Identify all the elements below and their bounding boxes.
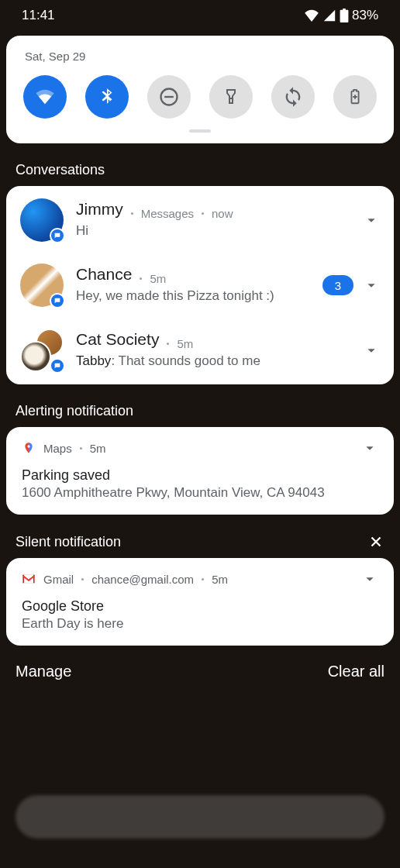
messages-icon: [50, 358, 65, 374]
status-right: 83%: [304, 8, 378, 23]
notif-body: 1600 Amphitheatre Pkwy, Mountain View, C…: [22, 485, 378, 501]
conversation-meta: 5m: [167, 337, 193, 350]
conversation-item[interactable]: Chance 5m Hey, we made this Pizza tonigh…: [6, 254, 394, 319]
section-title: Silent notification: [16, 534, 121, 550]
qs-drag-handle[interactable]: [189, 129, 211, 133]
notif-body: Earth Day is here: [22, 616, 378, 632]
section-header-alerting: Alerting notification: [0, 384, 400, 427]
quick-settings-panel: Sat, Sep 29: [6, 36, 394, 143]
avatar: [20, 198, 64, 242]
qs-tile-bluetooth[interactable]: [85, 75, 129, 119]
conversation-item[interactable]: Jimmy Messages now Hi: [6, 186, 394, 254]
notif-title: Parking saved: [22, 467, 378, 484]
chevron-down-icon[interactable]: [363, 342, 380, 359]
qs-tile-battery-saver[interactable]: [333, 75, 377, 119]
chevron-down-icon[interactable]: [361, 439, 378, 456]
conversation-preview: Hey, we made this Pizza tonight :): [76, 288, 310, 304]
gmail-icon: [22, 572, 36, 586]
conversation-meta: Messages now: [131, 207, 233, 220]
maps-icon: [22, 441, 36, 455]
conversation-title: Cat Society: [76, 330, 159, 349]
battery-icon: [340, 9, 349, 22]
notif-app: Gmail: [43, 573, 74, 586]
avatar: [20, 264, 64, 307]
conversation-item[interactable]: Cat Society 5m Tabby: That sounds good t…: [6, 319, 394, 384]
qs-tile-row: [22, 75, 378, 119]
qs-date: Sat, Sep 29: [22, 50, 378, 63]
battery-percent: 83%: [352, 8, 378, 23]
notif-time: 5m: [212, 573, 228, 586]
alerting-card[interactable]: Maps 5m Parking saved 1600 Amphitheatre …: [6, 427, 394, 515]
qs-tile-flashlight[interactable]: [209, 75, 253, 119]
unread-count-badge: 3: [322, 275, 353, 295]
close-icon[interactable]: [367, 533, 384, 550]
conversation-title: Chance: [76, 265, 132, 284]
qs-tile-dnd[interactable]: [147, 75, 191, 119]
search-bar-blurred: [16, 795, 384, 839]
notif-app: Maps: [43, 442, 72, 455]
chevron-down-icon[interactable]: [361, 570, 378, 587]
status-time: 11:41: [22, 8, 55, 23]
wifi-icon: [304, 9, 319, 22]
notif-time: 5m: [90, 442, 106, 455]
notification-footer: Manage Clear all: [0, 646, 400, 680]
conversation-preview: Hi: [76, 223, 350, 239]
chevron-down-icon[interactable]: [363, 277, 380, 294]
cellular-icon: [322, 9, 336, 22]
manage-button[interactable]: Manage: [16, 663, 71, 680]
chevron-down-icon[interactable]: [363, 212, 380, 229]
conversations-card: Jimmy Messages now Hi: [6, 186, 394, 384]
avatar-group: [20, 329, 64, 372]
silent-card[interactable]: Gmail chance@gmail.com 5m Google Store E…: [6, 558, 394, 646]
conversation-preview: Tabby: That sounds good to me: [76, 353, 350, 369]
section-title: Conversations: [16, 162, 105, 178]
qs-tile-wifi[interactable]: [23, 75, 67, 119]
section-header-silent: Silent notification: [0, 515, 400, 558]
section-header-conversations: Conversations: [0, 143, 400, 186]
status-bar: 11:41 83%: [0, 0, 400, 28]
messages-icon: [50, 293, 65, 308]
svg-point-3: [27, 445, 29, 447]
section-title: Alerting notification: [16, 403, 133, 419]
conversation-meta: 5m: [140, 272, 166, 285]
notif-title: Google Store: [22, 598, 378, 615]
messages-icon: [50, 228, 65, 243]
notif-account: chance@gmail.com: [91, 573, 194, 586]
clear-all-button[interactable]: Clear all: [328, 663, 384, 680]
conversation-title: Jimmy: [76, 200, 123, 219]
qs-tile-autorotate[interactable]: [271, 75, 315, 119]
